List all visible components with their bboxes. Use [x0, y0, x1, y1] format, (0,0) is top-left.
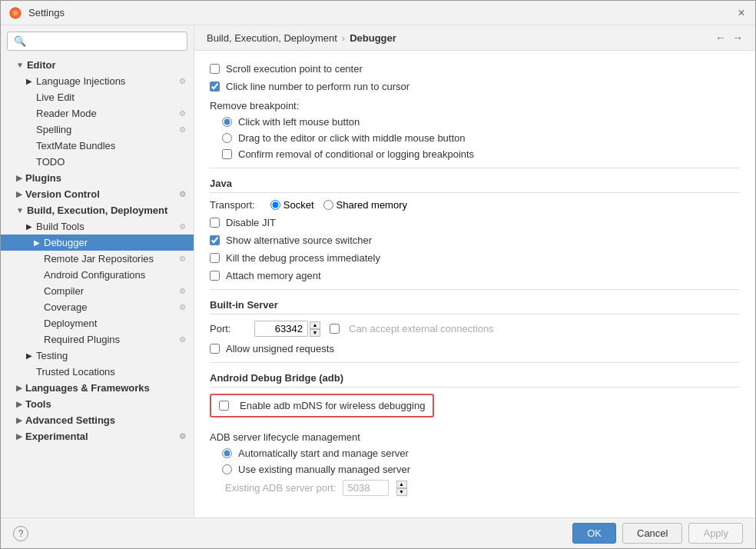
adb-mdns-checkbox[interactable]	[219, 401, 229, 411]
click-line-number-checkbox[interactable]	[210, 82, 220, 92]
kill-debug-checkbox[interactable]	[210, 253, 220, 263]
scroll-execution-label[interactable]: Scroll execution point to center	[210, 63, 363, 75]
shared-memory-radio[interactable]	[323, 200, 333, 210]
search-input[interactable]	[7, 32, 187, 51]
sidebar-item-tools[interactable]: ▶ Tools	[1, 396, 194, 412]
shared-memory-radio-label[interactable]: Shared memory	[323, 199, 407, 211]
cancel-button[interactable]: Cancel	[622, 523, 682, 544]
sidebar-item-reader-mode[interactable]: Reader Mode ⚙	[1, 105, 194, 121]
click-line-number-label[interactable]: Click line number to perform run to curs…	[210, 81, 410, 92]
compiler-label: Compiler	[44, 285, 84, 297]
socket-radio-label[interactable]: Socket	[270, 199, 314, 211]
languages-label: Languages & Frameworks	[25, 382, 150, 394]
sidebar-item-version-control[interactable]: ▶ Version Control ⚙	[1, 186, 194, 202]
scroll-execution-checkbox[interactable]	[210, 64, 220, 74]
nav-arrows: ← →	[715, 32, 743, 44]
port-down-button[interactable]: ▼	[310, 329, 320, 337]
sidebar-item-testing[interactable]: ▶ Testing	[1, 348, 194, 364]
tools-label: Tools	[25, 398, 51, 410]
sidebar-item-language-injections[interactable]: ▶ Language Injections ⚙	[1, 73, 194, 89]
use-existing-label[interactable]: Use existing manually managed server	[222, 464, 410, 475]
allow-unsigned-label[interactable]: Allow unsigned requests	[210, 343, 334, 354]
sidebar-item-experimental[interactable]: ▶ Experimental ⚙	[1, 428, 194, 444]
build-arrow-icon: ▼	[16, 206, 24, 215]
sidebar-item-textmate[interactable]: TextMate Bundles	[1, 138, 194, 154]
back-arrow-icon[interactable]: ←	[715, 32, 726, 44]
vc-arrow-icon: ▶	[16, 190, 22, 198]
port-input[interactable]	[254, 321, 308, 337]
socket-radio[interactable]	[270, 200, 280, 210]
transport-row: Transport: Socket Shared memory	[210, 199, 740, 211]
sidebar-item-compiler[interactable]: Compiler ⚙	[1, 283, 194, 299]
rp-gear-icon: ⚙	[179, 335, 186, 344]
drag-to-editor-label[interactable]: Drag to the editor or click with middle …	[222, 132, 466, 144]
adb-section-label: Android Debug Bridge (adb)	[210, 372, 740, 388]
todo-label: TODO	[36, 156, 65, 168]
allow-unsigned-checkbox[interactable]	[210, 344, 220, 354]
sidebar-item-android-configs[interactable]: Android Configurations	[1, 267, 194, 283]
existing-port-up[interactable]: ▲	[396, 481, 407, 488]
reader-mode-label: Reader Mode	[36, 108, 97, 119]
confirm-removal-label[interactable]: Confirm removal of conditional or loggin…	[222, 148, 474, 160]
disable-jit-checkbox[interactable]	[210, 218, 220, 228]
auto-start-radio[interactable]	[222, 448, 232, 458]
help-button[interactable]: ?	[13, 526, 28, 541]
sidebar-item-plugins[interactable]: ▶ Plugins	[1, 170, 194, 186]
drag-to-editor-radio[interactable]	[222, 133, 232, 143]
use-existing-radio[interactable]	[222, 464, 232, 474]
sidebar-item-remote-jar[interactable]: Remote Jar Repositories ⚙	[1, 251, 194, 267]
adb-mdns-container: Enable adb mDNS for wireless debugging	[210, 394, 740, 424]
adb-mdns-label[interactable]: Enable adb mDNS for wireless debugging	[240, 400, 425, 411]
attach-memory-checkbox[interactable]	[210, 271, 220, 281]
sidebar-item-coverage[interactable]: Coverage ⚙	[1, 299, 194, 315]
can-accept-checkbox[interactable]	[330, 324, 340, 334]
sidebar-item-languages[interactable]: ▶ Languages & Frameworks	[1, 380, 194, 396]
sidebar-item-build-tools[interactable]: ▶ Build Tools ⚙	[1, 218, 194, 235]
attach-memory-label[interactable]: Attach memory agent	[210, 270, 321, 281]
titlebar: Settings ×	[1, 1, 755, 25]
sidebar-item-deployment[interactable]: Deployment	[1, 315, 194, 331]
sidebar-item-spelling[interactable]: Spelling ⚙	[1, 121, 194, 138]
sidebar-item-trusted-locations[interactable]: Trusted Locations	[1, 364, 194, 380]
click-left-mouse-radio[interactable]	[222, 117, 232, 127]
vc-gear-icon: ⚙	[179, 190, 186, 198]
auto-start-label[interactable]: Automatically start and manage server	[222, 448, 409, 459]
exp-arrow-icon: ▶	[16, 432, 22, 441]
sidebar-item-advanced-settings[interactable]: ▶ Advanced Settings	[1, 412, 194, 428]
rj-gear-icon: ⚙	[179, 255, 186, 263]
drag-to-editor-row: Drag to the editor or click with middle …	[210, 132, 740, 144]
sidebar-item-todo[interactable]: TODO	[1, 154, 194, 170]
disable-jit-label[interactable]: Disable JIT	[210, 217, 276, 228]
sidebar-item-required-plugins[interactable]: Required Plugins ⚙	[1, 331, 194, 348]
bt-expand-icon: ▶	[24, 222, 35, 231]
close-button[interactable]: ×	[735, 7, 748, 19]
confirm-removal-checkbox[interactable]	[222, 149, 232, 159]
existing-port-down[interactable]: ▼	[396, 488, 407, 496]
sidebar-item-live-edit[interactable]: Live Edit	[1, 89, 194, 105]
port-spinner: ▲ ▼	[310, 321, 320, 337]
advanced-settings-label: Advanced Settings	[25, 414, 115, 426]
adv-arrow-icon: ▶	[16, 416, 22, 424]
port-up-button[interactable]: ▲	[310, 321, 320, 329]
remote-jar-label: Remote Jar Repositories	[44, 253, 154, 265]
kill-debug-label[interactable]: Kill the debug process immediately	[210, 252, 380, 264]
scroll-execution-row: Scroll execution point to center	[210, 63, 740, 75]
existing-adb-port-row: Existing ADB server port: ▲ ▼	[210, 480, 740, 496]
cov-gear-icon: ⚙	[179, 303, 186, 311]
show-alternative-checkbox[interactable]	[210, 235, 220, 245]
auto-start-row: Automatically start and manage server	[210, 448, 740, 459]
apply-button[interactable]: Apply	[688, 523, 743, 544]
sidebar-item-build-exec[interactable]: ▼ Build, Execution, Deployment	[1, 202, 194, 218]
ok-button[interactable]: OK	[572, 523, 616, 544]
forward-arrow-icon[interactable]: →	[732, 32, 743, 44]
android-configs-label: Android Configurations	[44, 269, 145, 281]
adb-mdns-highlight: Enable adb mDNS for wireless debugging	[210, 394, 434, 418]
click-left-mouse-label[interactable]: Click with left mouse button	[222, 116, 360, 128]
sidebar-item-editor[interactable]: ▼ Editor	[1, 57, 194, 73]
show-alternative-label[interactable]: Show alternative source switcher	[210, 235, 372, 246]
settings-window: Settings × ▼ Editor ▶ Language Injection…	[0, 0, 756, 549]
sidebar-item-debugger[interactable]: ▶ Debugger	[1, 235, 194, 251]
breadcrumb-parent: Build, Execution, Deployment	[207, 32, 337, 44]
existing-port-input[interactable]	[343, 480, 389, 496]
testing-label: Testing	[36, 350, 68, 361]
